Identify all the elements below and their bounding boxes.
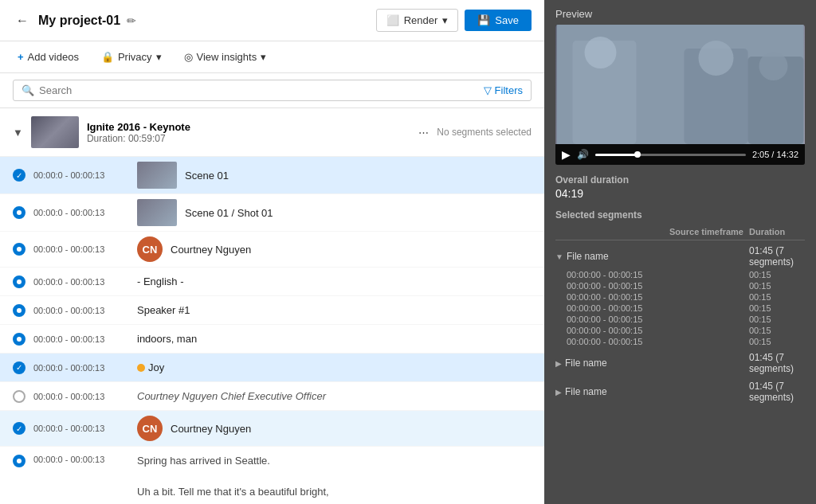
item-radio[interactable] bbox=[13, 390, 26, 403]
item-avatar: CN bbox=[137, 236, 163, 262]
play-button[interactable]: ▶ bbox=[562, 148, 571, 161]
emotion-indicator bbox=[137, 364, 145, 372]
segment-row: 00:00:00 - 00:00:15 00:15 bbox=[555, 280, 805, 291]
segment-row: 00:00:00 - 00:00:15 00:15 bbox=[555, 303, 805, 314]
render-label: Render bbox=[404, 14, 438, 26]
filter-icon: ▽ bbox=[484, 84, 492, 96]
item-radio[interactable] bbox=[13, 333, 26, 346]
plus-icon: + bbox=[18, 51, 24, 63]
item-label: Speaker #1 bbox=[137, 304, 532, 316]
add-videos-label: Add videos bbox=[28, 51, 79, 63]
list-item[interactable]: 00:00:0 - 00:00:13 CN Courtney Nguyen bbox=[0, 411, 544, 447]
list-item[interactable]: 00:00:0 - 00:00:13 Courtney Nguyen Chief… bbox=[0, 382, 544, 411]
svg-point-2 bbox=[585, 37, 617, 68]
col-header-blank bbox=[555, 227, 669, 236]
item-thumbnail bbox=[137, 162, 177, 189]
item-time: 00:00:0 - 00:00:13 bbox=[33, 363, 129, 373]
file-group-header[interactable]: ▼ File name 01:45 (7 segments) bbox=[555, 244, 805, 269]
item-time: 00:00:0 - 00:00:13 bbox=[33, 392, 129, 401]
svg-point-4 bbox=[699, 41, 734, 76]
project-title: My project-01 bbox=[38, 14, 120, 28]
item-checkbox[interactable] bbox=[13, 169, 26, 182]
progress-bar[interactable] bbox=[595, 154, 746, 156]
header-left: ← My project-01 ✏ bbox=[13, 10, 136, 31]
item-label: indoors, man bbox=[137, 333, 532, 345]
header: ← My project-01 ✏ ⬜ Render ▾ 💾 Save bbox=[0, 0, 544, 41]
item-time: 00:00:0 - 00:00:13 bbox=[33, 244, 129, 254]
overall-duration-value: 04:19 bbox=[555, 187, 805, 200]
item-time: 00:00:0 - 00:00:13 bbox=[33, 170, 129, 180]
item-label: Courtney Nguyen bbox=[171, 423, 532, 435]
svg-point-6 bbox=[759, 52, 788, 80]
item-label: Spring has arrived in Seattle. Uh a bit.… bbox=[137, 453, 532, 504]
item-radio[interactable] bbox=[13, 275, 26, 288]
edit-icon[interactable]: ✏ bbox=[127, 14, 136, 27]
col-source-header: Source timeframe bbox=[669, 227, 749, 236]
item-time: 00:00:0 - 00:00:13 bbox=[33, 306, 129, 315]
search-bar: 🔍 ▽ Filters bbox=[0, 73, 544, 108]
video-container: ▶ 🔊 2:05 / 14:32 bbox=[555, 25, 805, 165]
stats-panel: Overall duration 04:19 Selected segments… bbox=[544, 165, 816, 417]
filter-button[interactable]: ▽ Filters bbox=[484, 84, 523, 96]
preview-label: Preview bbox=[544, 0, 816, 25]
render-icon: ⬜ bbox=[386, 14, 399, 26]
item-radio[interactable] bbox=[13, 243, 26, 256]
list-item[interactable]: 00:00:0 - 00:00:13 indoors, man bbox=[0, 325, 544, 354]
back-button[interactable]: ← bbox=[13, 10, 32, 31]
search-input[interactable] bbox=[39, 84, 484, 96]
group-thumb-image bbox=[31, 116, 79, 148]
search-input-wrap: 🔍 ▽ Filters bbox=[13, 80, 532, 101]
lock-icon: 🔒 bbox=[101, 51, 114, 63]
toolbar: + Add videos 🔒 Privacy ▾ ◎ View insights… bbox=[0, 41, 544, 73]
add-videos-button[interactable]: + Add videos bbox=[13, 48, 84, 66]
file-group-chevron-icon: ▶ bbox=[555, 388, 562, 397]
video-scene bbox=[555, 25, 805, 144]
item-radio[interactable] bbox=[13, 304, 26, 317]
group-chevron-icon[interactable]: ▼ bbox=[13, 127, 23, 139]
save-icon: 💾 bbox=[477, 14, 490, 26]
group-status: No segments selected bbox=[437, 127, 532, 138]
file-group-name: File name bbox=[565, 386, 746, 397]
item-checkbox[interactable] bbox=[13, 422, 26, 435]
header-right: ⬜ Render ▾ 💾 Save bbox=[376, 9, 532, 32]
list-item[interactable]: 00:00:0 - 00:00:13 Spring has arrived in… bbox=[0, 447, 544, 504]
render-button[interactable]: ⬜ Render ▾ bbox=[376, 9, 459, 32]
group-info: Ignite 2016 - Keynote Duration: 00:59:07 bbox=[87, 121, 410, 144]
save-button[interactable]: 💾 Save bbox=[465, 10, 532, 31]
segment-file-group-1: ▼ File name 01:45 (7 segments) 00:00:00 … bbox=[555, 244, 805, 347]
selected-segments-label: Selected segments bbox=[555, 209, 805, 221]
list-item[interactable]: 00:00:0 - 00:00:13 - English - bbox=[0, 268, 544, 296]
group-menu-icon[interactable]: ⋯ bbox=[418, 127, 429, 139]
item-avatar: CN bbox=[137, 416, 163, 441]
list-item[interactable]: 00:00:0 - 00:00:13 Joy bbox=[0, 354, 544, 382]
render-chevron-icon: ▾ bbox=[442, 14, 448, 26]
item-thumbnail bbox=[137, 199, 177, 226]
view-insights-label: View insights bbox=[197, 51, 257, 63]
list-item[interactable]: 00:00:0 - 00:00:13 Speaker #1 bbox=[0, 296, 544, 325]
progress-fill bbox=[595, 154, 638, 156]
privacy-button[interactable]: 🔒 Privacy ▾ bbox=[96, 48, 167, 66]
file-group-header[interactable]: ▶ File name 01:45 (7 segments) bbox=[555, 379, 805, 404]
list-item[interactable]: 00:00:0 - 00:00:13 Scene 01 bbox=[0, 157, 544, 194]
file-group-summary: 01:45 (7 segments) bbox=[749, 381, 805, 403]
group-duration: Duration: 00:59:07 bbox=[87, 133, 410, 144]
list-item[interactable]: 00:00:0 - 00:00:13 Scene 01 / Shot 01 bbox=[0, 194, 544, 232]
col-duration-header: Duration bbox=[749, 227, 805, 236]
file-group-summary: 01:45 (7 segments) bbox=[749, 352, 805, 374]
segment-row: 00:00:00 - 00:00:15 00:15 bbox=[555, 325, 805, 336]
item-radio[interactable] bbox=[13, 455, 26, 467]
right-panel: Preview ▶ 🔊 2:05 / 14:3 bbox=[544, 0, 816, 504]
segment-row: 00:00:00 - 00:00:15 00:15 bbox=[555, 314, 805, 325]
list-item[interactable]: 00:00:0 - 00:00:13 CN Courtney Nguyen bbox=[0, 232, 544, 268]
video-controls: ▶ 🔊 2:05 / 14:32 bbox=[555, 144, 805, 165]
file-group-name: File name bbox=[565, 357, 746, 369]
item-checkbox[interactable] bbox=[13, 361, 26, 374]
volume-icon[interactable]: 🔊 bbox=[577, 149, 589, 160]
item-radio[interactable] bbox=[13, 206, 26, 219]
item-time: 00:00:0 - 00:00:13 bbox=[33, 208, 129, 217]
overall-duration-label: Overall duration bbox=[555, 174, 805, 186]
view-insights-button[interactable]: ◎ View insights ▾ bbox=[179, 48, 272, 66]
privacy-label: Privacy bbox=[118, 51, 152, 63]
group-header: ▼ Ignite 2016 - Keynote Duration: 00:59:… bbox=[0, 108, 544, 157]
file-group-header[interactable]: ▶ File name 01:45 (7 segments) bbox=[555, 350, 805, 376]
